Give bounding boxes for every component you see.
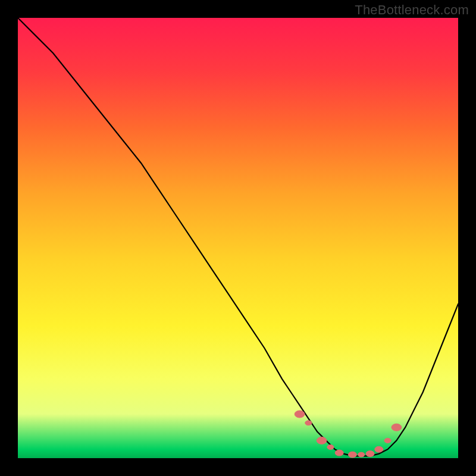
chart-frame: TheBottleneck.com	[0, 0, 476, 476]
curve-marker	[375, 446, 383, 452]
curve-marker	[335, 450, 343, 456]
curve-marker	[295, 411, 305, 418]
curve-marker	[366, 451, 374, 457]
curve-marker	[327, 445, 334, 450]
watermark-text: TheBottleneck.com	[355, 2, 469, 18]
plot-area	[18, 18, 458, 458]
curve-marker	[305, 421, 312, 425]
curve-marker	[384, 438, 391, 443]
curve-marker	[317, 437, 327, 444]
curve-marker	[348, 452, 356, 458]
curve-svg	[18, 18, 458, 458]
bottleneck-curve-path	[18, 18, 458, 456]
curve-marker	[392, 424, 402, 431]
curve-marker	[358, 452, 365, 457]
